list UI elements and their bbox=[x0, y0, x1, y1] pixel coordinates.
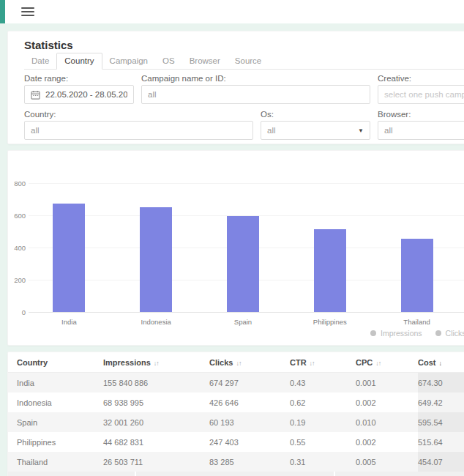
column-label: CPC bbox=[356, 358, 373, 367]
cell-cost: 454.07 bbox=[418, 452, 464, 472]
legend-item-impressions[interactable]: Impressions bbox=[370, 329, 422, 338]
statistics-panel: Statistics DateCountryCampaignOSBrowserS… bbox=[7, 31, 464, 144]
bar-spain[interactable] bbox=[227, 216, 259, 312]
column-header-clicks[interactable]: Clicks↓↑ bbox=[209, 358, 290, 367]
cell-impressions: 44 682 831 bbox=[103, 432, 209, 452]
os-value: all bbox=[267, 126, 276, 135]
tab-os[interactable]: OS bbox=[155, 53, 182, 69]
x-axis-label: India bbox=[26, 318, 113, 326]
app-screen: Statistics DateCountryCampaignOSBrowserS… bbox=[0, 0, 464, 476]
chart-plot bbox=[26, 151, 460, 312]
tab-date[interactable]: Date bbox=[24, 53, 56, 69]
y-axis-tick: 200 bbox=[8, 276, 26, 284]
cell-ctr: 0.55 bbox=[290, 432, 356, 452]
column-label: Cost bbox=[418, 358, 435, 367]
x-axis-label: Spain bbox=[200, 318, 287, 326]
browser-value: all bbox=[384, 126, 393, 135]
y-axis-tick: 600 bbox=[8, 212, 26, 220]
cell-clicks: 83 285 bbox=[209, 452, 290, 472]
table-row[interactable]: Thailand26 503 71183 2850.310.005454.07 bbox=[8, 452, 464, 472]
chart-legend: ImpressionsClicksCost bbox=[370, 329, 464, 338]
bar-thailand[interactable] bbox=[401, 239, 433, 312]
x-axis-label: Philippines bbox=[286, 318, 373, 326]
sort-icon: ↓↑ bbox=[310, 360, 315, 367]
column-header-impressions[interactable]: Impressions↓↑ bbox=[103, 358, 209, 367]
x-axis: IndiaIndonesiaSpainPhilippinesThailand bbox=[26, 318, 460, 326]
date-range-input[interactable]: 22.05.2020 - 28.05.2020 bbox=[24, 85, 134, 104]
table-row[interactable]: Spain32 001 26060 1930.190.010595.54 bbox=[8, 412, 464, 432]
cell-impressions: 32 001 260 bbox=[103, 412, 209, 432]
column-header-country[interactable]: Country bbox=[17, 358, 103, 367]
bar-philippines[interactable] bbox=[314, 229, 346, 312]
cell-cpc: 0.005 bbox=[356, 452, 418, 472]
column-label: Impressions bbox=[103, 358, 151, 367]
cell-cpc: 0.001 bbox=[356, 373, 418, 393]
column-header-cost[interactable]: Cost↓ bbox=[418, 358, 464, 367]
legend-dot-icon bbox=[370, 330, 376, 336]
date-range-value: 22.05.2020 - 28.05.2020 bbox=[45, 90, 127, 99]
column-label: Country bbox=[17, 358, 48, 367]
sidebar-edge bbox=[0, 0, 5, 23]
cell-clicks: 247 403 bbox=[209, 432, 290, 452]
table-row[interactable]: India155 840 886674 2970.430.001674.30 bbox=[8, 373, 464, 393]
campaign-input[interactable]: all bbox=[141, 85, 370, 104]
stats-table-body: India155 840 886674 2970.430.001674.30In… bbox=[8, 373, 464, 472]
cell-impressions: 68 938 995 bbox=[103, 393, 209, 412]
table-row[interactable]: Philippines44 682 831247 4030.550.002515… bbox=[8, 432, 464, 452]
cell-ctr: 0.19 bbox=[290, 412, 356, 432]
browser-input[interactable]: all bbox=[378, 121, 464, 140]
bar-india[interactable] bbox=[53, 204, 85, 312]
creative-placeholder: select one push campaign bbox=[384, 90, 464, 99]
page-title: Statistics bbox=[24, 39, 73, 51]
sort-icon: ↓↑ bbox=[236, 360, 241, 367]
sort-icon: ↓ bbox=[438, 360, 441, 367]
cell-country: Philippines bbox=[17, 432, 103, 452]
bar-slot bbox=[373, 151, 460, 312]
bar-slot bbox=[113, 151, 200, 312]
cell-country: Thailand bbox=[17, 452, 103, 472]
country-input[interactable]: all bbox=[24, 121, 253, 140]
bar-slot bbox=[286, 151, 373, 312]
creative-input[interactable]: select one push campaign bbox=[378, 85, 464, 104]
bar-slot bbox=[200, 151, 287, 312]
table-row[interactable]: Indonesia68 938 995426 6460.620.002649.4… bbox=[8, 393, 464, 412]
cell-country: Spain bbox=[17, 412, 103, 432]
cell-cost: 595.54 bbox=[418, 412, 464, 432]
bar-slot bbox=[26, 151, 113, 312]
column-label: Clicks bbox=[209, 358, 233, 367]
y-axis-tick: 400 bbox=[8, 244, 26, 252]
tab-source[interactable]: Source bbox=[228, 53, 269, 69]
tab-browser[interactable]: Browser bbox=[182, 53, 228, 69]
cell-cost: 649.42 bbox=[418, 393, 464, 412]
cell-ctr: 0.31 bbox=[290, 452, 356, 472]
stats-table-header: CountryImpressions↓↑Clicks↓↑CTR↓↑CPC↓↑Co… bbox=[8, 352, 464, 373]
x-axis-label: Thailand bbox=[373, 318, 460, 326]
cell-cost: 515.64 bbox=[418, 432, 464, 452]
tabs: DateCountryCampaignOSBrowserSource bbox=[24, 53, 464, 70]
y-axis-tick: 0 bbox=[8, 308, 26, 316]
cell-ctr: 0.43 bbox=[290, 373, 356, 393]
campaign-label: Campaign name or ID: bbox=[141, 74, 226, 83]
legend-item-clicks[interactable]: Clicks bbox=[435, 329, 464, 338]
cell-country: Indonesia bbox=[17, 393, 103, 412]
column-header-cpc[interactable]: CPC↓↑ bbox=[356, 358, 418, 367]
cell-impressions: 155 840 886 bbox=[103, 373, 209, 393]
cell-clicks: 426 646 bbox=[209, 393, 290, 412]
chart-panel: 0200400600800 IndiaIndonesiaSpainPhilipp… bbox=[7, 150, 464, 346]
column-header-ctr[interactable]: CTR↓↑ bbox=[290, 358, 356, 367]
bar-indonesia[interactable] bbox=[140, 207, 172, 312]
os-select[interactable]: all ▼ bbox=[261, 121, 370, 140]
cell-cpc: 0.002 bbox=[356, 432, 418, 452]
country-label: Country: bbox=[24, 110, 56, 119]
cell-cpc: 0.010 bbox=[356, 412, 418, 432]
tab-country[interactable]: Country bbox=[56, 53, 102, 70]
tab-campaign[interactable]: Campaign bbox=[102, 53, 155, 69]
calendar-icon bbox=[31, 90, 40, 100]
table-panel: CountryImpressions↓↑Clicks↓↑CTR↓↑CPC↓↑Co… bbox=[7, 352, 464, 476]
hamburger-menu-icon[interactable] bbox=[21, 7, 34, 16]
column-label: CTR bbox=[290, 358, 307, 367]
sort-icon: ↓↑ bbox=[154, 360, 159, 367]
cell-cost: 674.30 bbox=[418, 373, 464, 393]
sort-icon: ↓↑ bbox=[375, 360, 381, 367]
cell-country: India bbox=[17, 373, 103, 393]
